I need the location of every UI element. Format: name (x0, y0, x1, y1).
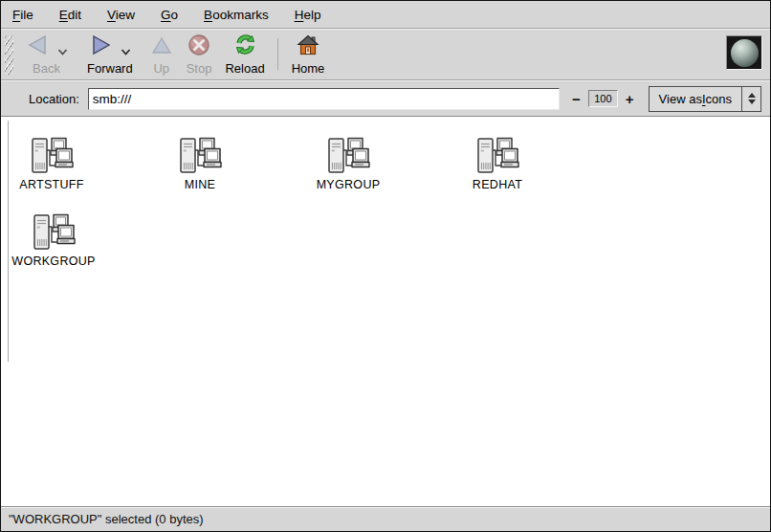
toolbar-drag-handle[interactable] (5, 35, 13, 75)
file-icon-mine[interactable]: MINE (149, 136, 251, 191)
menubar: File Edit View Go Bookmarks Help (1, 1, 770, 29)
smb-workgroup-icon (326, 136, 370, 176)
forward-label: Forward (87, 61, 133, 76)
icon-view[interactable]: ARTSTUFF (1, 116, 770, 506)
stop-icon (187, 33, 210, 60)
home-label: Home (292, 61, 325, 76)
stop-button[interactable]: Stop (180, 32, 219, 78)
smb-workgroup-icon (30, 136, 74, 176)
location-label: Location: (29, 92, 79, 106)
file-icon-mygroup[interactable]: MYGROUP (297, 136, 399, 191)
back-button[interactable]: Back (18, 32, 75, 78)
smb-workgroup-icon (178, 136, 222, 176)
zoom-out-button[interactable]: − (570, 92, 583, 106)
file-label[interactable]: MYGROUP (317, 178, 381, 191)
up-icon (150, 35, 173, 59)
menu-edit[interactable]: Edit (57, 6, 83, 24)
throbber-frame (726, 35, 762, 70)
dropdown-arrows-icon (741, 87, 760, 111)
toolbar: Back Forward Up (1, 29, 770, 80)
toolbar-separator (277, 38, 278, 70)
location-input[interactable] (88, 88, 560, 110)
up-button[interactable]: Up (143, 32, 180, 78)
file-manager-window: File Edit View Go Bookmarks Help Back (0, 0, 771, 532)
zoom-level-indicator[interactable]: 100 (588, 90, 618, 107)
view-as-label-post: cons (706, 92, 732, 106)
forward-history-chevron-icon[interactable] (121, 49, 131, 55)
smb-workgroup-icon (475, 136, 519, 176)
back-history-chevron-icon[interactable] (57, 49, 68, 55)
throbber-globe-icon[interactable] (731, 39, 759, 67)
menu-help[interactable]: Help (293, 6, 323, 24)
stop-label: Stop (187, 61, 212, 76)
home-icon (297, 34, 319, 60)
file-label[interactable]: REDHAT (473, 178, 522, 191)
menu-go[interactable]: Go (159, 6, 180, 24)
back-label: Back (33, 61, 60, 76)
file-label[interactable]: MINE (185, 178, 215, 191)
zoom-in-button[interactable]: + (624, 92, 636, 106)
status-bar: "WORKGROUP" selected (0 bytes) (1, 506, 770, 531)
smb-workgroup-icon (32, 212, 76, 253)
up-label: Up (153, 61, 169, 76)
menu-file[interactable]: File (11, 6, 35, 24)
file-icon-workgroup[interactable]: WORKGROUP (3, 212, 104, 268)
forward-icon (88, 33, 114, 60)
location-bar: Location: − 100 + View as Icons (1, 80, 770, 116)
forward-button[interactable]: Forward (80, 32, 140, 78)
menu-view[interactable]: View (105, 6, 137, 24)
view-as-label-pre: View as (659, 92, 702, 106)
file-label[interactable]: ARTSTUFF (19, 178, 83, 191)
reload-icon (233, 33, 257, 60)
reload-button[interactable]: Reload (218, 32, 271, 78)
back-icon (25, 33, 51, 60)
status-text: "WORKGROUP" selected (0 bytes) (9, 512, 204, 526)
file-label[interactable]: WORKGROUP (11, 255, 95, 268)
menu-bookmarks[interactable]: Bookmarks (202, 6, 271, 24)
home-button[interactable]: Home (285, 32, 332, 78)
reload-label: Reload (225, 61, 264, 76)
view-as-dropdown[interactable]: View as Icons (649, 86, 761, 112)
file-icon-artstuff[interactable]: ARTSTUFF (1, 136, 102, 191)
file-icon-redhat[interactable]: REDHAT (447, 136, 548, 191)
